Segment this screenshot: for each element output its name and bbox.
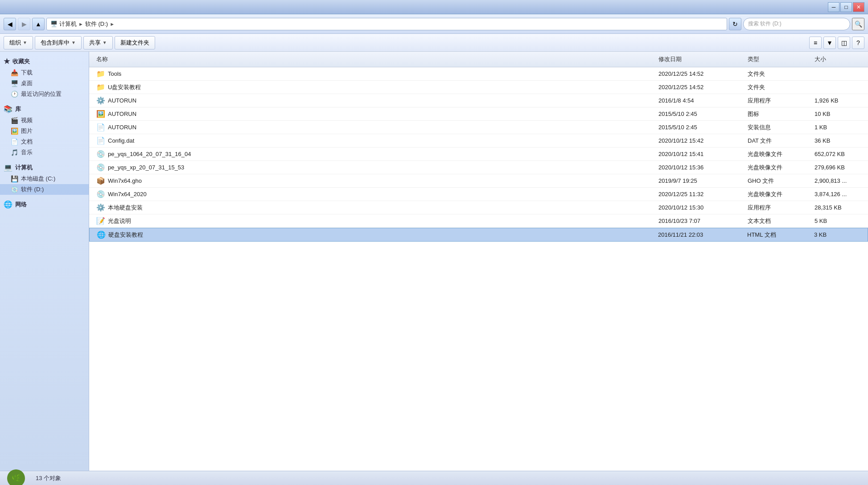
search-button[interactable]: 🔍 [852,18,864,30]
music-icon: 🎵 [11,149,18,156]
file-modified: 2020/12/25 14:52 [658,70,703,77]
network-icon: 🌐 [4,200,12,209]
favorites-icon: ★ [4,57,10,66]
file-name: AUTORUN [108,124,136,131]
file-type: 光盘映像文件 [748,150,782,158]
file-icon: 📁 [96,70,105,78]
sidebar-item-video[interactable]: 🎬 视频 [0,115,89,126]
file-list-container: 名称 修改日期 类型 大小 📁 Tools 2020/12/25 14:52 文… [89,52,868,471]
column-size[interactable]: 大小 [811,53,864,65]
file-modified: 2015/5/10 2:45 [658,111,697,117]
column-name[interactable]: 名称 [93,53,655,65]
library-section: 📚 库 🎬 视频 🖼️ 图片 📄 文档 🎵 音乐 [0,103,89,158]
minimize-button[interactable]: ─ [828,2,839,12]
new-folder-button[interactable]: 新建文件夹 [115,36,155,49]
file-icon: 💿 [96,150,105,158]
file-row[interactable]: 💿 Win7x64_2020 2020/12/25 11:32 光盘映像文件 3… [89,188,868,201]
address-arrow-1: ► [78,21,83,27]
file-name-cell: 💿 pe_yqs_xp_20_07_31_15_53 [93,162,655,173]
sidebar-item-music[interactable]: 🎵 音乐 [0,147,89,158]
up-button[interactable]: ▲ [32,18,45,30]
file-type-cell: 图标 [744,109,811,119]
file-size: 3,874,126 ... [815,191,847,197]
desktop-label: 桌面 [21,79,33,87]
recent-label: 最近访问的位置 [21,90,62,98]
search-bar[interactable]: 搜索 软件 (D:) [743,18,850,30]
file-row[interactable]: 📄 AUTORUN 2015/5/10 2:45 安装信息 1 KB [89,121,868,134]
music-label: 音乐 [21,148,33,156]
file-type: GHO 文件 [748,177,774,185]
document-label: 文档 [21,138,33,146]
sidebar-item-desktop[interactable]: 🖥️ 桌面 [0,78,89,89]
file-type: DAT 文件 [748,137,772,145]
file-size: 3 KB [814,231,827,238]
help-button[interactable]: ? [852,37,864,49]
favorites-header: ★ 收藏夹 [0,55,89,67]
help-icon: ? [856,39,860,46]
refresh-button[interactable]: ↻ [729,18,741,30]
file-row[interactable]: 📦 Win7x64.gho 2019/9/7 19:25 GHO 文件 2,90… [89,174,868,188]
software-d-icon: 💿 [11,186,18,193]
column-modified[interactable]: 修改日期 [655,53,744,65]
file-name-cell: 💿 pe_yqs_1064_20_07_31_16_04 [93,148,655,160]
file-size: 10 KB [815,111,830,117]
view-dropdown-button[interactable]: ▼ [823,37,836,49]
file-row[interactable]: 💿 pe_yqs_xp_20_07_31_15_53 2020/10/12 15… [89,161,868,174]
favorites-section: ★ 收藏夹 📥 下载 🖥️ 桌面 🕐 最近访问的位置 [0,55,89,99]
address-bar[interactable]: 🖥️ 计算机 ► 软件 (D:) ► [46,18,727,30]
sidebar-item-image[interactable]: 🖼️ 图片 [0,126,89,136]
share-button[interactable]: 共享 ▼ [83,36,113,49]
sidebar-item-document[interactable]: 📄 文档 [0,136,89,147]
sidebar-item-local-disk-c[interactable]: 💾 本地磁盘 (C:) [0,173,89,184]
file-size-cell [811,73,864,75]
organize-label: 组织 [9,39,21,47]
file-size: 28,315 KB [815,204,842,211]
address-icon: 🖥️ [50,21,58,27]
sidebar-item-software-d[interactable]: 💿 软件 (D:) [0,184,89,195]
file-modified-cell: 2016/1/8 4:54 [655,96,744,105]
file-type-cell: 应用程序 [744,202,811,213]
file-row[interactable]: 📄 Config.dat 2020/10/12 15:42 DAT 文件 36 … [89,134,868,148]
library-header: 📚 库 [0,103,89,115]
file-size-cell: 1 KB [811,123,864,132]
network-header: 🌐 网络 [0,198,89,210]
file-row[interactable]: 🖼️ AUTORUN 2015/5/10 2:45 图标 10 KB [89,107,868,121]
file-name: AUTORUN [108,97,136,104]
maximize-button[interactable]: □ [840,2,852,12]
image-label: 图片 [21,127,33,135]
file-type: 文本文档 [748,217,771,225]
sidebar-item-downloads[interactable]: 📥 下载 [0,67,89,78]
file-row[interactable]: ⚙️ AUTORUN 2016/1/8 4:54 应用程序 1,926 KB [89,94,868,107]
local-disk-c-label: 本地磁盘 (C:) [21,175,55,183]
file-type-cell: 安装信息 [744,122,811,133]
include-library-button[interactable]: 包含到库中 ▼ [35,36,82,49]
sidebar: ★ 收藏夹 📥 下载 🖥️ 桌面 🕐 最近访问的位置 📚 库 🎬 [0,52,89,471]
new-folder-label: 新建文件夹 [120,39,149,47]
preview-button[interactable]: ◫ [838,37,850,49]
view-button[interactable]: ≡ [809,37,822,49]
file-type: 文件夹 [748,70,765,78]
forward-button[interactable]: ▶ [18,18,30,30]
organize-button[interactable]: 组织 ▼ [4,36,33,49]
file-size-cell: 1,926 KB [811,96,864,105]
file-row[interactable]: 📝 光盘说明 2016/10/23 7:07 文本文档 5 KB [89,214,868,228]
file-modified: 2020/10/12 15:42 [658,137,703,144]
downloads-icon: 📥 [11,69,18,76]
desktop-icon: 🖥️ [11,80,18,87]
back-button[interactable]: ◀ [4,18,16,30]
column-type[interactable]: 类型 [744,53,811,65]
file-size: 652,072 KB [815,151,845,157]
sidebar-item-recent[interactable]: 🕐 最近访问的位置 [0,89,89,99]
file-name: Config.dat [108,137,134,144]
file-row[interactable]: ⚙️ 本地硬盘安装 2020/10/12 15:30 应用程序 28,315 K… [89,201,868,214]
close-button[interactable]: ✕ [853,2,864,12]
file-modified-cell: 2019/9/7 19:25 [655,176,744,185]
network-section: 🌐 网络 [0,198,89,210]
toolbar: 组织 ▼ 包含到库中 ▼ 共享 ▼ 新建文件夹 ≡ ▼ ◫ ? [0,34,868,52]
file-row[interactable]: 📁 Tools 2020/12/25 14:52 文件夹 [89,67,868,81]
file-name-cell: ⚙️ AUTORUN [93,95,655,106]
file-name-cell: 🖼️ AUTORUN [93,108,655,119]
file-row[interactable]: 📁 U盘安装教程 2020/12/25 14:52 文件夹 [89,81,868,94]
file-row[interactable]: 💿 pe_yqs_1064_20_07_31_16_04 2020/10/12 … [89,148,868,161]
file-row[interactable]: 🌐 硬盘安装教程 2016/11/21 22:03 HTML 文档 3 KB [89,228,868,242]
